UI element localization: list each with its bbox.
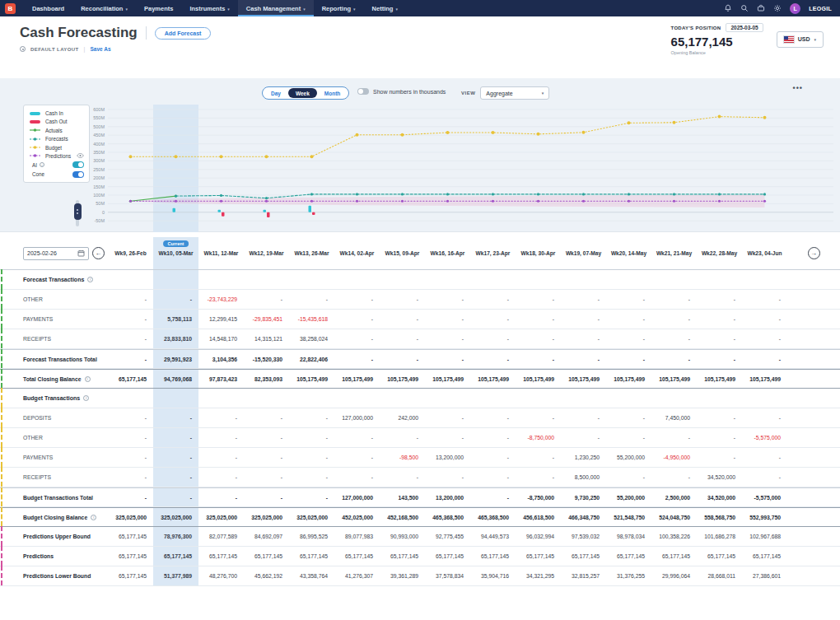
info-icon[interactable]: i (91, 515, 96, 520)
table-cell: - (516, 408, 561, 427)
chart-zoom-slider[interactable] (72, 200, 82, 226)
user-avatar[interactable]: L (790, 3, 800, 14)
table-cell: - (153, 428, 198, 447)
legend-item-predictions[interactable]: Predictions (30, 153, 84, 159)
thousands-toggle[interactable] (357, 88, 369, 95)
nav-item-dashboard[interactable]: Dashboard (24, 0, 72, 16)
table-cell: - (742, 350, 787, 368)
nav-item-reconciliation[interactable]: Reconciliation▾ (72, 0, 136, 16)
nav-item-netting[interactable]: Netting▾ (364, 0, 406, 16)
legend-item-forecasts[interactable]: Forecasts (30, 136, 84, 142)
search-icon[interactable] (740, 4, 749, 12)
currency-selector[interactable]: USD ▾ (777, 31, 824, 48)
view-select[interactable]: Aggregate ▾ (480, 86, 549, 100)
table-cell: - (244, 488, 289, 506)
bell-icon[interactable] (724, 4, 732, 12)
eye-icon[interactable] (77, 153, 84, 158)
next-week-button[interactable]: → (808, 247, 820, 259)
row-label: Budget Closing Balance (23, 515, 87, 520)
svg-text:100M: 100M (93, 193, 105, 198)
table-cell (561, 389, 606, 408)
legend-item-budget[interactable]: Budget (30, 145, 84, 151)
currency-label: USD (798, 36, 810, 42)
table-cell (425, 389, 470, 408)
table-cell: - (651, 290, 697, 309)
row-label: Forecast Transactions (23, 277, 84, 282)
column-header-wk23: Wk23, 04-Jun (742, 237, 787, 269)
table-cell: - (425, 329, 470, 348)
nav-item-reporting[interactable]: Reporting▾ (314, 0, 364, 16)
username-label[interactable]: LEOGIL (809, 6, 832, 12)
table-cell: 65,177,145 (470, 547, 516, 566)
nav-item-payments[interactable]: Payments (136, 0, 181, 16)
row-label: RECEIPTS (23, 336, 51, 342)
table-cell: 101,686,278 (697, 527, 742, 546)
predictions-point (628, 200, 630, 203)
table-cell: - (516, 350, 561, 368)
table-cell (380, 270, 425, 289)
gear-icon[interactable] (773, 4, 782, 12)
period-option-week[interactable]: Week (288, 88, 317, 98)
prev-week-button[interactable]: ← (92, 247, 105, 259)
table-cell: 5,758,113 (153, 310, 198, 329)
table-cell: 3,104,356 (198, 350, 244, 368)
table-cell: - (108, 448, 153, 467)
table-cell: 65,177,145 (108, 547, 153, 566)
predictions-point (446, 200, 449, 203)
table-row-other: OTHER----------8,750,000-----5,575,000 (0, 428, 840, 448)
table-cell (516, 389, 561, 408)
add-forecast-button[interactable]: Add Forecast (155, 27, 212, 40)
table-cell: - (606, 290, 651, 309)
info-icon[interactable]: i (87, 277, 93, 282)
nav-item-cash-management[interactable]: Cash Management▾ (238, 0, 314, 16)
table-cell: 34,520,000 (697, 468, 742, 487)
table-cell: - (198, 408, 244, 427)
forecasts-point (718, 193, 721, 195)
period-option-day[interactable]: Day (264, 88, 288, 98)
table-cell: - (697, 310, 742, 329)
layout-icon (20, 46, 26, 52)
table-next-controls: → (787, 237, 840, 269)
budget-point (582, 131, 586, 134)
table-cell: - (561, 428, 606, 447)
info-icon[interactable]: i (40, 162, 44, 167)
info-icon[interactable]: i (83, 395, 89, 401)
cone-toggle[interactable] (72, 171, 84, 178)
table-cell: 82,353,093 (244, 370, 289, 388)
table-cell: -29,835,451 (244, 310, 289, 329)
table-cell (108, 270, 153, 289)
cash-forecasting-app: B DashboardReconciliation▾PaymentsInstru… (0, 0, 840, 620)
table-cell: 92,775,455 (425, 527, 470, 546)
legend-item-cash-in[interactable]: Cash In (30, 110, 84, 116)
briefcase-icon[interactable] (757, 4, 765, 12)
view-select-value: Aggregate (486, 91, 512, 96)
legend-item-cash-out[interactable]: Cash Out (30, 119, 84, 124)
info-icon[interactable]: i (85, 376, 91, 382)
date-input[interactable]: 2025-02-26 (23, 247, 89, 260)
forecast-chart[interactable]: 600M550M500M450M400M350M300M250M200M150M… (0, 78, 840, 232)
table-cell: - (108, 329, 153, 348)
table-cell: 45,662,192 (244, 566, 289, 585)
table-cell: - (697, 329, 742, 348)
table-cell: 38,258,024 (289, 329, 334, 348)
table-cell: - (470, 448, 516, 467)
legend-item-actuals[interactable]: Actuals (30, 128, 84, 133)
table-cell: -5,575,000 (742, 488, 787, 506)
table-cell: - (244, 408, 289, 427)
nav-item-instruments[interactable]: Instruments▾ (181, 0, 237, 16)
table-row-budget-transactions: Budget Transactionsi (0, 389, 840, 408)
table-cell: - (470, 408, 516, 427)
overflow-menu-icon[interactable]: ••• (793, 84, 803, 92)
table-row-receipts: RECEIPTS----------8,500,000--34,520,000- (0, 468, 840, 487)
table-cell: 105,175,499 (289, 370, 334, 388)
table-cell: - (108, 350, 153, 368)
period-option-month[interactable]: Month (317, 88, 348, 98)
app-logo[interactable]: B (5, 3, 16, 14)
table-cell: - (108, 310, 153, 329)
column-header-wk17: Wk17, 23-Apr (470, 237, 516, 269)
calendar-icon[interactable] (77, 249, 85, 258)
table-cell: 78,976,300 (153, 527, 198, 546)
save-as-link[interactable]: Save As (90, 46, 110, 52)
ai-toggle[interactable] (72, 161, 84, 168)
table-body: Forecast TransactionsiOTHER---23,743,229… (0, 270, 840, 586)
